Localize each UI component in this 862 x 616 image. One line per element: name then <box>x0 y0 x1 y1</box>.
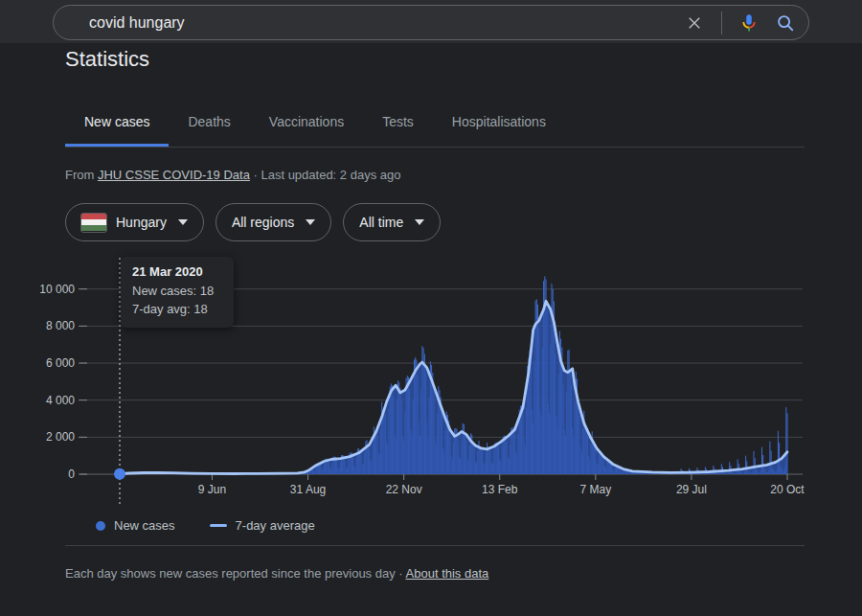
country-dropdown[interactable]: Hungary <box>65 203 204 241</box>
time-dropdown-label: All time <box>359 215 403 230</box>
chart-footnote: Each day shows new cases reported since … <box>65 566 488 581</box>
avg-line-icon <box>210 524 227 527</box>
statistics-tabs: New cases Deaths Vaccinations Tests Hosp… <box>65 108 565 147</box>
source-updated: · Last updated: 2 days ago <box>250 168 401 182</box>
hungary-flag-icon <box>81 214 106 232</box>
mic-icon[interactable] <box>737 11 760 34</box>
legend-new-cases: New cases <box>96 518 175 533</box>
tooltip-new-cases: New cases: 18 <box>132 283 222 301</box>
svg-text:13 Feb: 13 Feb <box>482 483 518 496</box>
footnote-text: Each day shows new cases reported since … <box>65 566 396 581</box>
tooltip-date: 21 Mar 2020 <box>132 264 222 279</box>
legend-new-cases-label: New cases <box>114 518 175 533</box>
search-bar[interactable] <box>53 5 809 40</box>
time-dropdown[interactable]: All time <box>343 203 441 241</box>
tab-new-cases[interactable]: New cases <box>65 108 169 147</box>
search-header <box>0 0 862 43</box>
country-dropdown-label: Hungary <box>116 215 167 230</box>
svg-text:20 Oct: 20 Oct <box>770 483 805 496</box>
svg-text:2 000: 2 000 <box>46 430 75 444</box>
svg-text:31 Aug: 31 Aug <box>290 483 326 496</box>
clear-icon[interactable] <box>683 11 706 34</box>
source-prefix: From <box>65 168 98 182</box>
chevron-down-icon <box>306 219 315 225</box>
tab-tests[interactable]: Tests <box>363 108 433 147</box>
svg-text:6 000: 6 000 <box>46 356 75 370</box>
source-link[interactable]: JHU CSSE COVID-19 Data <box>98 168 250 182</box>
regions-dropdown[interactable]: All regions <box>216 203 331 241</box>
svg-text:0: 0 <box>68 468 75 481</box>
svg-text:22 Nov: 22 Nov <box>386 483 422 496</box>
svg-text:4 000: 4 000 <box>46 394 75 407</box>
svg-text:10 000: 10 000 <box>39 283 75 296</box>
filter-row: Hungary All regions All time <box>65 203 441 241</box>
tabs-divider <box>65 147 805 148</box>
search-divider <box>721 11 722 34</box>
new-cases-dot-icon <box>96 521 105 531</box>
tab-deaths[interactable]: Deaths <box>169 108 249 147</box>
chart-tooltip: 21 Mar 2020 New cases: 18 7-day avg: 18 <box>121 257 234 328</box>
legend-avg-label: 7-day average <box>236 518 315 533</box>
chart-legend: New cases 7-day average <box>96 518 315 533</box>
search-input[interactable] <box>87 13 683 33</box>
svg-text:9 Jun: 9 Jun <box>198 483 226 496</box>
tab-vaccinations[interactable]: Vaccinations <box>250 108 363 147</box>
tooltip-avg: 7-day avg: 18 <box>132 301 222 319</box>
svg-text:8 000: 8 000 <box>46 319 75 332</box>
chevron-down-icon <box>178 219 188 225</box>
svg-text:7 May: 7 May <box>579 483 611 496</box>
search-icon[interactable] <box>774 11 797 34</box>
about-this-data-link[interactable]: About this data <box>406 566 489 581</box>
chevron-down-icon <box>415 219 424 225</box>
legend-avg: 7-day average <box>210 518 315 533</box>
data-source-line: From JHU CSSE COVID-19 Data · Last updat… <box>65 168 400 182</box>
tab-hospitalisations[interactable]: Hospitalisations <box>433 108 565 147</box>
footnote-separator: · <box>396 566 406 581</box>
svg-text:29 Jul: 29 Jul <box>676 483 707 496</box>
page-title: Statistics <box>65 47 149 72</box>
footer-divider <box>65 545 805 546</box>
regions-dropdown-label: All regions <box>232 215 294 230</box>
